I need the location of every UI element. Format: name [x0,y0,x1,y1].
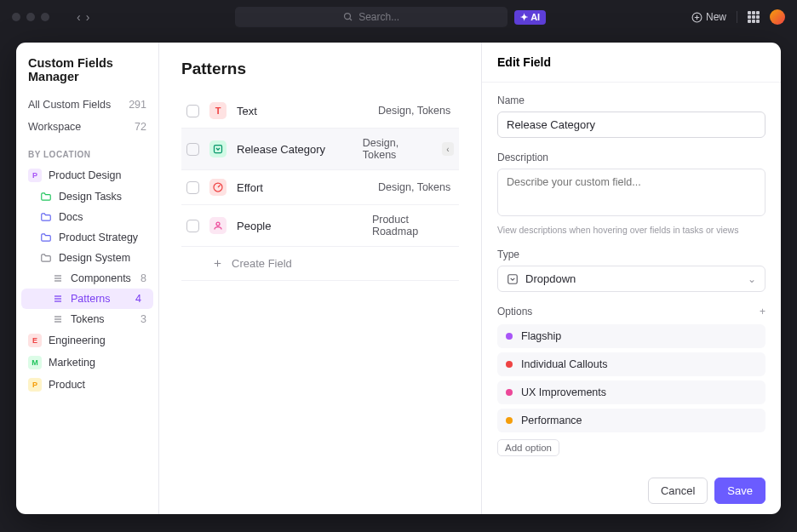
folder-open-icon [40,252,52,264]
field-row[interactable]: TTextDesign, Tokens [181,94,459,129]
sidebar-list-patterns[interactable]: Patterns 4 [21,289,153,309]
forward-icon[interactable]: › [86,10,90,24]
checkbox[interactable] [186,220,199,232]
ai-button[interactable]: ✦ AI [514,10,546,25]
sidebar-workspace[interactable]: Workspace 72 [16,116,158,138]
edit-panel: Edit Field Name Description View descrip… [481,43,781,514]
create-field-label: Create Field [232,257,292,270]
name-label: Name [497,94,765,106]
svg-point-0 [345,14,351,20]
checkbox[interactable] [186,181,199,194]
option-row[interactable]: UX Improvements [497,380,765,404]
option-label: Performance [521,415,582,426]
create-field-button[interactable]: Create Field [181,247,459,281]
list-label: Tokens [71,313,105,325]
sidebar-space-product[interactable]: P Product [16,374,158,396]
sidebar-space-marketing[interactable]: M Marketing [16,352,158,374]
option-label: Individual Callouts [521,358,607,370]
apps-icon[interactable] [748,11,760,23]
sidebar-title: Custom Fields Manager [16,56,158,94]
topbar: ‹ › Search... ✦ AI New [0,0,797,34]
field-type-icon [209,140,226,157]
folder-icon [40,232,52,243]
checkbox[interactable] [186,143,199,156]
field-name: Effort [237,181,368,194]
sidebar-folder-product-strategy[interactable]: Product Strategy [16,227,158,248]
option-row[interactable]: Performance [497,409,765,432]
ai-label: AI [530,12,540,22]
sidebar-folder-design-system[interactable]: Design System [16,248,158,268]
list-icon [52,272,64,284]
save-button[interactable]: Save [714,478,765,504]
checkbox[interactable] [186,105,199,117]
field-location: Design, Tokens [378,105,450,117]
option-label: Flagship [521,330,561,342]
workspace-label: Workspace [28,121,81,133]
custom-fields-modal: Custom Fields Manager All Custom Fields … [16,43,781,514]
description-hint: View descriptions when hovering over fie… [497,225,765,235]
space-badge: M [28,356,42,369]
new-label: New [706,11,726,23]
description-label: Description [497,152,765,163]
sidebar-list-tokens[interactable]: Tokens 3 [16,309,158,329]
new-button[interactable]: New [691,11,726,23]
color-dot [506,417,513,424]
color-dot [506,333,513,340]
type-label: Type [497,249,765,260]
type-value: Dropdown [525,272,576,285]
cancel-button[interactable]: Cancel [648,478,708,504]
space-badge: E [28,334,42,347]
plus-circle-icon [691,12,702,23]
folder-icon [40,191,52,203]
type-select[interactable]: Dropdown ⌄ [497,266,765,292]
window-controls [12,13,49,21]
space-label: Product [49,379,85,391]
field-row[interactable]: PeopleProduct Roadmap [181,205,459,247]
field-name: People [237,220,362,232]
sidebar-list-components[interactable]: Components 8 [16,268,158,289]
list-icon [52,313,64,325]
description-input[interactable] [497,169,765,216]
space-label: Marketing [49,357,95,369]
sidebar-space-engineering[interactable]: E Engineering [16,329,158,352]
search-input[interactable]: Search... [235,7,507,27]
field-row[interactable]: EffortDesign, Tokens [181,170,459,205]
svg-rect-18 [508,274,518,283]
main-content: Patterns TTextDesign, TokensRelease Cate… [159,43,481,514]
sidebar-folder-design-tasks[interactable]: Design Tasks [16,186,158,207]
dropdown-icon [507,273,519,285]
all-fields-label: All Custom Fields [28,99,111,111]
name-input[interactable] [497,112,765,138]
chevron-left-icon: ‹ [442,142,454,156]
svg-point-15 [216,222,220,226]
back-icon[interactable]: ‹ [77,10,81,24]
sidebar: Custom Fields Manager All Custom Fields … [16,43,159,514]
space-badge: P [28,378,42,392]
field-name: Release Category [237,143,353,156]
sidebar-space-product-design[interactable]: P Product Design [16,164,158,186]
add-option-button[interactable]: Add option [497,439,559,456]
sidebar-all-fields[interactable]: All Custom Fields 291 [16,94,158,116]
field-row[interactable]: Release CategoryDesign, Tokens‹ [181,129,459,170]
field-location: Design, Tokens [363,137,427,161]
add-option-icon[interactable]: + [760,306,765,317]
folder-label: Design System [59,252,130,264]
svg-rect-14 [215,146,222,153]
field-name: Text [237,105,368,117]
space-label: Engineering [49,335,106,346]
page-title: Patterns [181,60,459,78]
avatar[interactable] [770,9,785,25]
list-icon [52,293,64,305]
color-dot [506,361,513,368]
space-badge: P [28,169,42,182]
chevron-down-icon: ⌄ [748,273,756,285]
folder-label: Docs [59,211,83,223]
field-type-icon [209,217,226,234]
option-row[interactable]: Individual Callouts [497,352,765,376]
option-row[interactable]: Flagship [497,324,765,348]
sidebar-folder-docs[interactable]: Docs [16,207,158,227]
search-icon [343,12,353,22]
sparkle-icon: ✦ [520,12,528,23]
option-label: UX Improvements [521,386,606,398]
options-label: Options [497,306,532,317]
